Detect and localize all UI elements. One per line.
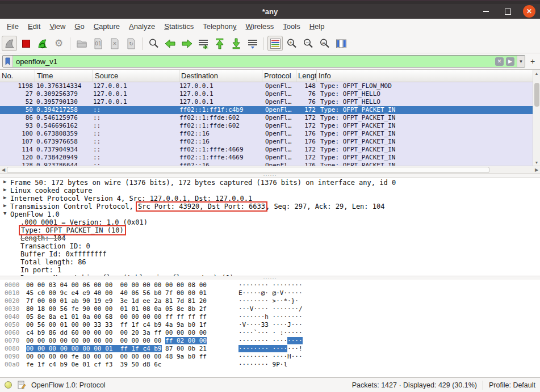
menu-wireless[interactable]: Wireless [241,20,279,32]
packet-list-vertical-scrollbar[interactable]: ▲ ▼ [533,70,540,166]
vertical-scroll-thumb[interactable] [534,83,539,107]
go-back-button[interactable] [162,36,178,51]
hex-ascii[interactable]: ········ ········ [238,337,303,344]
hex-row-0030[interactable]: 003080 18 00 56 fe 90 00 00 01 01 08 0a … [0,305,540,313]
hex-ascii[interactable]: ········ ········ [238,281,303,289]
start-capture-button[interactable] [2,36,17,51]
hex-bytes[interactable]: 7f 00 00 01 ab 90 19 e9 3e 1d ee 2a 81 7… [26,297,209,305]
menu-edit[interactable]: Edit [23,20,45,32]
hex-bytes[interactable]: 05 8e 8a e1 01 0a 00 68 00 00 00 00 ff f… [26,313,209,321]
stop-capture-button[interactable] [18,36,34,51]
expanded-arrow-icon[interactable]: ▼ [3,210,6,216]
hex-ascii[interactable]: ········ >··*·}· [238,297,303,305]
menu-capture[interactable]: Capture [89,20,124,32]
collapsed-arrow-icon[interactable]: ▶ [3,179,6,184]
filter-clear-icon[interactable]: ✕ [495,57,504,66]
hex-ascii[interactable]: ···V···· ·······/ [238,305,303,313]
capture-options-button[interactable]: ⚙ [51,36,66,51]
packet-row-50[interactable]: 500.394217258::ff02::1:ff1f:c4b9OpenFl…1… [0,106,533,114]
hex-ascii[interactable]: ·······h ········ [238,313,303,321]
hex-row-0040[interactable]: 004005 8e 8a e1 01 0a 00 68 00 00 00 00 … [0,313,540,321]
column-header-no[interactable]: No. [0,70,35,82]
go-forward-button[interactable] [179,36,194,51]
packet-row-120[interactable]: 1200.738420949::ff02::1:fffe:4669OpenFl…… [0,154,533,162]
column-header-source[interactable]: Source [93,70,179,82]
filter-apply-icon[interactable]: ▶ [506,57,514,66]
go-to-packet-button[interactable] [195,36,211,51]
hex-ascii[interactable]: E·····@· @·V····· [238,289,303,297]
hex-bytes[interactable]: fe 1f c4 b9 0e 01 cf f3 39 50 d8 6c [26,361,209,368]
hex-ascii[interactable]: ········ 9P·l [238,361,287,368]
find-packet-button[interactable] [146,36,161,51]
detail-line-0[interactable]: ▶Frame 50: 172 bytes on wire (1376 bits)… [0,179,540,187]
packet-row-93[interactable]: 930.546696162::ff02::1:ffde:602OpenFl…17… [0,122,533,130]
hex-row-00a0[interactable]: 00a0fe 1f c4 b9 0e 01 cf f3 39 50 d8 6c·… [0,361,540,369]
hex-bytes[interactable]: 00 00 00 00 00 00 00 01 ff 1f c4 b9 87 0… [26,345,209,352]
menu-go[interactable]: Go [70,20,89,32]
scroll-down-icon[interactable]: ▼ [533,159,540,166]
detail-line-3[interactable]: ▶Transmission Control Protocol, Src Port… [0,203,540,210]
close-button[interactable]: ✕ [523,5,535,18]
hex-row-0020[interactable]: 00207f 00 00 01 ab 90 19 e9 3e 1d ee 2a … [0,297,540,305]
hex-ascii[interactable]: ·V····33 ····J··· [238,321,303,328]
collapsed-arrow-icon[interactable]: ▶ [3,187,6,192]
menu-analyze[interactable]: Analyze [124,20,160,32]
hex-row-0090[interactable]: 009000 00 00 00 fe 80 00 00 00 00 00 00 … [0,353,540,361]
hex-row-0050[interactable]: 005000 56 00 01 00 00 33 33 ff 1f c4 b9 … [0,321,540,329]
hex-row-0080[interactable]: 008000 00 00 00 00 00 00 01 ff 1f c4 b9 … [0,345,540,353]
hex-row-0010[interactable]: 001045 c0 00 9c e4 e9 40 00 40 06 56 b0 … [0,289,540,297]
hex-row-0060[interactable]: 0060c4 b9 86 dd 60 00 00 00 00 20 3a ff … [0,329,540,337]
packet-row-86[interactable]: 860.546125976::ff02::1:ffde:602OpenFl…17… [0,114,533,122]
restart-capture-button[interactable] [35,36,50,51]
maximize-button[interactable] [501,5,514,18]
hex-ascii[interactable]: ····`··· · :····· [238,329,303,336]
resize-columns-button[interactable] [333,36,349,51]
go-first-button[interactable] [212,36,227,51]
display-filter-input[interactable]: openflow_v1 [13,57,495,66]
column-header-time[interactable]: Time [35,70,93,82]
packet-row-100[interactable]: 1000.673808359::ff02::16OpenFl…176Type: … [0,130,533,138]
hex-bytes[interactable]: 00 00 00 00 fe 80 00 00 00 00 00 00 48 9… [26,353,209,360]
detail-line-2[interactable]: ▶Internet Protocol Version 4, Src: 127.0… [0,195,540,203]
minimize-button[interactable] [480,5,492,18]
column-header-destination[interactable]: Destination [179,70,262,82]
column-header-info[interactable]: Info [317,70,533,82]
collapsed-arrow-icon[interactable]: ▶ [3,195,6,200]
filter-dropdown-icon[interactable]: ▼ [517,56,525,67]
filter-bookmark-icon[interactable] [3,56,13,67]
filter-add-button[interactable]: + [528,56,538,67]
column-header-length[interactable]: Length [296,70,317,82]
packet-row-114[interactable]: 1140.737904934::ff02::1:fffe:4669OpenFl…… [0,146,533,154]
packet-row-1198[interactable]: 119810.376314334127.0.0.1127.0.0.1OpenFl… [0,82,533,90]
detail-line-9[interactable]: Buffer Id: 0xffffffff [0,250,540,258]
scroll-right-icon[interactable]: ▶ [533,166,540,173]
status-profile[interactable]: Profile: Default [489,381,535,389]
detail-line-1[interactable]: ▶Linux cooked capture [0,187,540,195]
detail-line-4[interactable]: ▼OpenFlow 1.0 [0,210,540,218]
zoom-reset-button[interactable]: = [317,36,332,51]
hex-row-0070[interactable]: 007000 00 00 00 00 00 00 00 00 00 00 00 … [0,337,540,345]
zoom-out-button[interactable]: − [300,36,316,51]
detail-line-11[interactable]: In port: 1 [0,266,540,274]
packet-list-horizontal-scrollbar[interactable]: ◀ ▶ [0,166,540,174]
horizontal-scroll-thumb[interactable] [7,167,489,173]
packet-row-27[interactable]: 270.309256379127.0.0.1127.0.0.1OpenFl…76… [0,90,533,98]
go-last-button[interactable] [228,36,244,51]
hex-bytes[interactable]: 00 00 00 00 00 00 00 00 00 00 00 00 ff 0… [26,337,209,344]
column-header-protocol[interactable]: Protocol [262,70,296,82]
expert-info-icon[interactable] [5,381,12,389]
collapsed-arrow-icon[interactable]: ▶ [3,203,6,208]
menu-file[interactable]: File [2,20,23,32]
hex-bytes[interactable]: 45 c0 00 9c e4 e9 40 00 40 06 56 b0 7f 0… [26,289,209,297]
menu-help[interactable]: Help [305,20,329,32]
hex-bytes[interactable]: 00 56 00 01 00 00 33 33 ff 1f c4 b9 4a 9… [26,321,209,328]
menu-telephony[interactable]: Telephony [198,20,241,32]
packet-row-128[interactable]: 1280.923786644::ff02::16OpenFl…176Type: … [0,162,533,166]
menu-statistics[interactable]: Statistics [160,20,198,32]
colorize-button[interactable] [267,36,283,51]
hex-ascii[interactable]: ········ ·······! [238,345,303,352]
menu-tools[interactable]: Tools [278,20,304,32]
detail-line-7[interactable]: Length: 104 [0,234,540,242]
packet-row-107[interactable]: 1070.673976658::ff02::16OpenFl…176Type: … [0,138,533,146]
scroll-up-icon[interactable]: ▲ [533,70,540,77]
